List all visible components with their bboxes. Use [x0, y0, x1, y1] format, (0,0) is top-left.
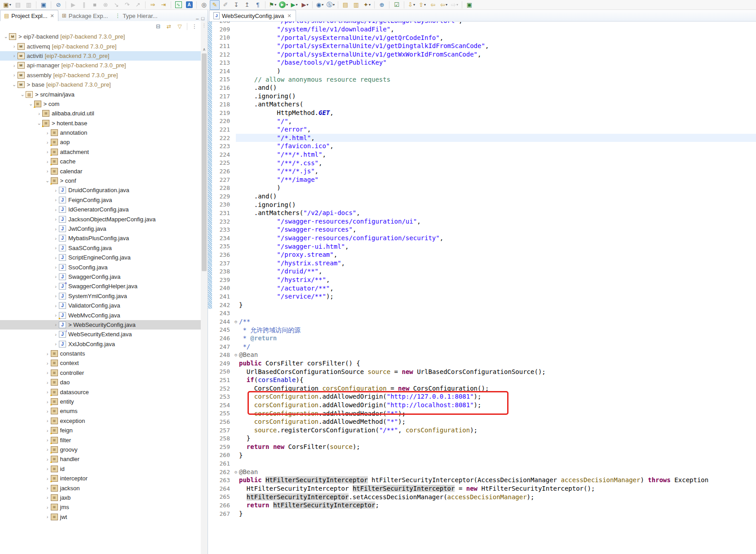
- new-service-class-icon[interactable]: Ⓢ▾: [326, 0, 336, 10]
- collapse-arrow-icon[interactable]: ⌄: [11, 82, 18, 88]
- tree-item-conf[interactable]: ⌄⊞▲> conf: [0, 176, 201, 185]
- expand-arrow-icon[interactable]: ›: [53, 293, 59, 299]
- tree-item-context[interactable]: ›⊞context: [0, 358, 201, 368]
- filter-icon[interactable]: ▽: [175, 22, 185, 31]
- previous-edit-location-icon[interactable]: ⇧▾: [417, 0, 427, 10]
- last-edit-location-icon[interactable]: ⇦: [428, 0, 438, 10]
- expand-arrow-icon[interactable]: ›: [53, 284, 59, 289]
- tree-item-hotent-base[interactable]: ⌄⊞▲> hotent.base: [0, 119, 201, 128]
- expand-arrow-icon[interactable]: ›: [53, 216, 59, 222]
- collapse-all-icon[interactable]: ⊟: [153, 22, 163, 31]
- tree-item-systemymlconfig-java[interactable]: ›JSystemYmlConfig.java: [0, 291, 201, 301]
- dropdown-arrow-icon[interactable]: ▾: [9, 0, 11, 9]
- open-folder-icon[interactable]: ▤: [340, 0, 350, 10]
- tree-item-id[interactable]: ›⊞id: [0, 464, 201, 474]
- tree-item-idgeneratorconfig-java[interactable]: ›JIdGeneratorConfig.java: [0, 205, 201, 214]
- expand-arrow-icon[interactable]: ›: [53, 245, 59, 251]
- view-tab-project-expl---[interactable]: ▤Project Expl...✕: [0, 10, 58, 21]
- resume-icon[interactable]: ▶: [68, 0, 78, 10]
- dropdown-arrow-icon[interactable]: ▾: [413, 0, 415, 9]
- tree-item-api-manager[interactable]: ›Mapi-manager[eip7-backend 7.3.0_pre]: [0, 61, 201, 70]
- export-folder-icon[interactable]: ▥: [351, 0, 361, 10]
- tree-item-handler[interactable]: ›⊞▲handler: [0, 454, 201, 464]
- coverage-session-icon[interactable]: ∿: [173, 0, 183, 10]
- terminate-icon[interactable]: ■: [90, 0, 100, 10]
- tree-item-base[interactable]: ⌄M> base[eip7-backend 7.3.0_pre]: [0, 80, 201, 89]
- tree-item-aop[interactable]: ›⊞▲aop: [0, 137, 201, 147]
- tree-item-calendar[interactable]: ›⊞calendar: [0, 166, 201, 176]
- close-icon[interactable]: ✕: [50, 13, 54, 19]
- expand-arrow-icon[interactable]: ›: [53, 303, 59, 308]
- tree-item-activemq[interactable]: ›Mactivemq[eip7-backend 7.3.0_pre]: [0, 41, 201, 51]
- expand-arrow-icon[interactable]: ›: [44, 380, 51, 385]
- close-icon[interactable]: ✕: [287, 13, 292, 19]
- maximize-view-icon[interactable]: □: [201, 16, 204, 21]
- tree-item-jackson[interactable]: ›⊞jackson: [0, 483, 201, 492]
- forward-icon[interactable]: ⇨▾: [450, 0, 460, 10]
- tree-item-saasconfig-java[interactable]: ›JSaaSConfig.java: [0, 243, 201, 253]
- expand-arrow-icon[interactable]: ›: [44, 485, 51, 491]
- expand-arrow-icon[interactable]: ›: [53, 197, 59, 202]
- profile-icon[interactable]: ▶▾: [300, 0, 310, 10]
- collapse-arrow-icon[interactable]: ⌄: [19, 92, 26, 97]
- dropdown-arrow-icon[interactable]: ▾: [333, 0, 335, 9]
- expand-arrow-icon[interactable]: ›: [11, 72, 18, 78]
- view-tab-package-exp---[interactable]: ⊞Package Exp...: [58, 10, 112, 21]
- save-icon[interactable]: ▤: [13, 0, 23, 10]
- tree-item-annotation[interactable]: ›⊞annotation: [0, 128, 201, 137]
- disconnect-icon[interactable]: ⊗: [101, 0, 111, 10]
- coverage-icon[interactable]: ▶▾: [289, 0, 299, 10]
- collapse-arrow-icon[interactable]: ⌄: [3, 34, 9, 40]
- expand-arrow-icon[interactable]: ›: [44, 418, 51, 423]
- expand-arrow-icon[interactable]: ›: [44, 370, 51, 375]
- use-step-filters-icon[interactable]: ⇥: [159, 0, 168, 10]
- tree-item-mybatisplusconfig-java[interactable]: ›JMybatisPlusConfig.java: [0, 233, 201, 243]
- expand-arrow-icon[interactable]: ›: [53, 264, 59, 270]
- expand-arrow-icon[interactable]: ›: [53, 255, 59, 260]
- tree-item-feign[interactable]: ›⊞▲feign: [0, 426, 201, 435]
- expand-arrow-icon[interactable]: ›: [11, 53, 18, 58]
- search-icon[interactable]: ✦▾: [362, 0, 372, 10]
- run-to-line-icon[interactable]: ⇒: [148, 0, 158, 10]
- new-icon[interactable]: ▣▾: [2, 0, 12, 10]
- expand-arrow-icon[interactable]: ›: [11, 63, 18, 68]
- tree-item-controller[interactable]: ›⊞controller: [0, 368, 201, 378]
- validate-icon[interactable]: ☑: [392, 0, 402, 10]
- tree-item-cache[interactable]: ›⊞▲cache: [0, 157, 201, 166]
- expand-arrow-icon[interactable]: ›: [44, 361, 51, 366]
- expand-arrow-icon[interactable]: ›: [44, 505, 51, 510]
- dropdown-arrow-icon[interactable]: ▾: [286, 0, 288, 9]
- expand-arrow-icon[interactable]: ›: [36, 111, 42, 116]
- tree-item-jacksonobjectmapperconfig-java[interactable]: ›JJacksonObjectMapperConfig.java: [0, 214, 201, 224]
- dropdown-arrow-icon[interactable]: ▾: [446, 0, 447, 9]
- tree-item-druidconfiguration-java[interactable]: ›JDruidConfiguration.java: [0, 185, 201, 195]
- expand-arrow-icon[interactable]: ›: [44, 495, 51, 500]
- dropdown-arrow-icon[interactable]: ▾: [424, 0, 426, 9]
- scrollbar-thumb[interactable]: [202, 53, 207, 271]
- tree-item-feignconfig-java[interactable]: ›JFeignConfig.java: [0, 195, 201, 205]
- expand-arrow-icon[interactable]: ›: [44, 130, 51, 136]
- tree-item-ssoconfig-java[interactable]: ›JSsoConfig.java: [0, 262, 201, 272]
- tree-item-validatorconfig-java[interactable]: ›JValidatorConfig.java: [0, 301, 201, 310]
- console-icon[interactable]: ▣: [39, 0, 49, 10]
- code-editor[interactable]: 208 "/portal/shortUrlManage/v1/getLongUr…: [208, 21, 756, 554]
- expand-arrow-icon[interactable]: ›: [44, 466, 51, 471]
- letter-a-icon[interactable]: A: [184, 0, 194, 10]
- expand-arrow-icon[interactable]: ›: [53, 188, 59, 193]
- link-with-editor-icon[interactable]: ⇄: [164, 22, 174, 31]
- tree-item-scriptengineconfig-java[interactable]: ›JScriptEngineConfig.java: [0, 253, 201, 262]
- view-menu-icon[interactable]: ⋮: [190, 22, 199, 31]
- skip-breakpoints-icon[interactable]: ⊘: [53, 0, 63, 10]
- view-tab-type-hierar---[interactable]: ⋮Type Hierar...: [111, 10, 161, 21]
- fold-collapse-icon[interactable]: ⊖: [233, 470, 239, 475]
- tree-item-jaxb[interactable]: ›⊞jaxb: [0, 493, 201, 502]
- run-icon[interactable]: ▶▾: [279, 0, 288, 10]
- project-explorer-tree[interactable]: ⌄M> eip7-backend[eip7-backend 7.3.0_pre]…: [0, 32, 201, 554]
- expand-arrow-icon[interactable]: ›: [11, 44, 18, 49]
- save-all-icon[interactable]: ▥: [24, 0, 34, 10]
- dropdown-arrow-icon[interactable]: ▾: [296, 0, 298, 9]
- next-edit-location-icon[interactable]: ⇩▾: [407, 0, 416, 10]
- tree-item-assembly[interactable]: ›Massembly[eip7-backend 7.3.0_pre]: [0, 70, 201, 80]
- expand-arrow-icon[interactable]: ›: [53, 274, 59, 279]
- step-return-icon[interactable]: ↗: [133, 0, 143, 10]
